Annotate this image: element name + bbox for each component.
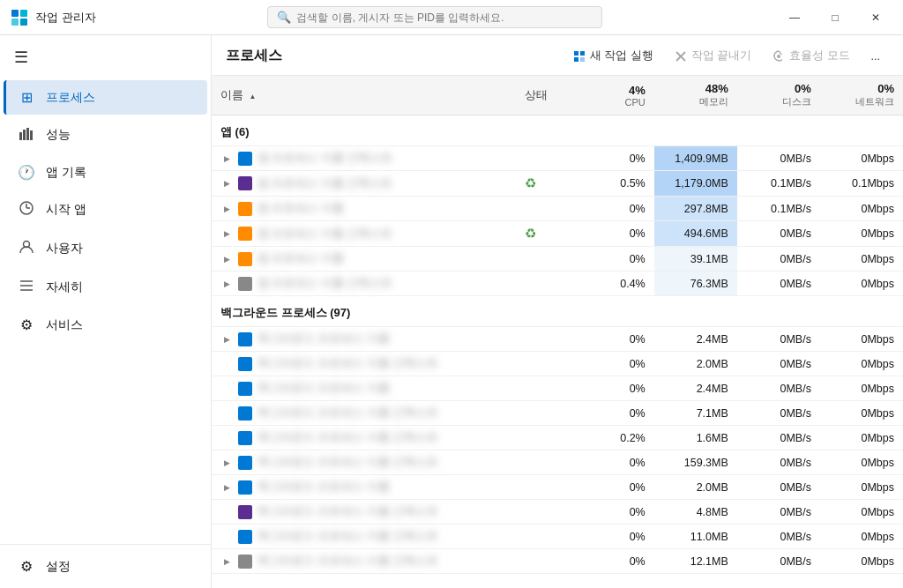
proc-memory: 1.6MB bbox=[654, 426, 737, 450]
table-row[interactable]: ▶ 백그라운드 프로세스 이름 긴텍스트 0% 159.3MB 0MB/s 0M… bbox=[212, 450, 903, 475]
search-input[interactable] bbox=[296, 11, 593, 24]
hamburger-menu[interactable]: ☰ bbox=[0, 35, 211, 79]
table-row[interactable]: 백그라운드 프로세스 이름 긴텍스트 0% 7.1MB 0MB/s 0Mbps bbox=[212, 401, 903, 426]
proc-name-cell: ▶ 앱 프로세스 이름 긴텍스트 bbox=[212, 171, 516, 197]
expand-icon[interactable]: ▶ bbox=[220, 333, 233, 346]
expand-icon[interactable]: ▶ bbox=[220, 153, 233, 165]
new-task-button[interactable]: 새 작업 실행 bbox=[564, 44, 662, 68]
svg-rect-1 bbox=[20, 10, 27, 17]
table-row[interactable]: ▶ 앱 프로세스 이름 긴텍스트 0.4% 76.3MB 0MB/s 0Mbps bbox=[212, 272, 903, 296]
settings-icon: ⚙ bbox=[18, 558, 35, 575]
sidebar-item-users[interactable]: 사용자 bbox=[4, 230, 207, 267]
end-task-button[interactable]: 작업 끝내기 bbox=[666, 44, 760, 68]
table-row[interactable]: ▶ 백그라운드 프로세스 이름 0% 2.0MB 0MB/s 0Mbps bbox=[212, 475, 903, 500]
proc-memory: 39.1MB bbox=[654, 247, 737, 272]
table-body: 앱 (6) ▶ 앱 프로세스 이름 긴텍스트 0% 1,409.9MB 0MB/… bbox=[212, 115, 903, 574]
proc-network: 0Mbps bbox=[820, 146, 903, 171]
proc-disk: 0MB/s bbox=[737, 352, 820, 376]
sidebar-item-performance[interactable]: 성능 bbox=[4, 116, 207, 153]
more-options-button[interactable]: ... bbox=[862, 46, 889, 67]
expand-icon[interactable]: ▶ bbox=[220, 203, 233, 215]
content-header: 프로세스 새 작업 실행 작업 끝내기 bbox=[212, 35, 903, 76]
proc-icon bbox=[238, 357, 252, 371]
proc-name: 백그라운드 프로세스 이름 긴텍스트 bbox=[257, 529, 438, 544]
table-row[interactable]: ▶ 백그라운드 프로세스 이름 0% 2.4MB 0MB/s 0Mbps bbox=[212, 327, 903, 352]
expand-icon[interactable]: ▶ bbox=[220, 555, 233, 568]
sidebar-item-startup[interactable]: 시작 앱 bbox=[4, 191, 207, 228]
table-row[interactable]: 백그라운드 프로세스 이름 0% 2.4MB 0MB/s 0Mbps bbox=[212, 376, 903, 401]
proc-cpu: 0% bbox=[585, 247, 653, 272]
table-row[interactable]: 백그라운드 프로세스 이름 긴텍스트 0% 4.8MB 0MB/s 0Mbps bbox=[212, 500, 903, 525]
proc-name-cell: ▶ 앱 프로세스 이름 긴텍스트 bbox=[212, 221, 516, 247]
col-header-name[interactable]: 이름 ▲ bbox=[212, 76, 516, 115]
proc-cpu: 0% bbox=[585, 327, 653, 352]
proc-disk: 0MB/s bbox=[737, 401, 820, 426]
proc-name-cell: 백그라운드 프로세스 이름 긴텍스트 bbox=[212, 525, 516, 549]
proc-name: 백그라운드 프로세스 이름 bbox=[257, 381, 390, 396]
sidebar-label-services: 서비스 bbox=[46, 317, 83, 333]
proc-memory: 12.1MB bbox=[654, 549, 737, 574]
expand-icon[interactable]: ▶ bbox=[220, 227, 233, 240]
proc-status bbox=[516, 475, 585, 500]
sidebar-label-performance: 성능 bbox=[46, 127, 71, 143]
svg-rect-18 bbox=[580, 57, 585, 62]
svg-rect-0 bbox=[11, 10, 19, 17]
sidebar-item-app-history[interactable]: 🕐 앱 기록 bbox=[4, 155, 207, 190]
proc-name-cell: 백그라운드 프로세스 이름 긴텍스트 bbox=[212, 500, 516, 525]
processes-icon: ⊞ bbox=[18, 89, 35, 106]
users-icon bbox=[18, 239, 35, 258]
proc-disk: 0MB/s bbox=[737, 247, 820, 272]
table-row[interactable]: ▶ 앱 프로세스 이름 0% 39.1MB 0MB/s 0Mbps bbox=[212, 247, 903, 272]
svg-rect-16 bbox=[580, 51, 585, 56]
search-bar[interactable]: 🔍 bbox=[267, 6, 602, 28]
proc-name-cell: ▶ 백그라운드 프로세스 이름 긴텍스트 bbox=[212, 450, 516, 475]
efficiency-mode-button[interactable]: 효율성 모드 bbox=[764, 44, 858, 68]
col-header-network[interactable]: 0% 네트워크 bbox=[820, 76, 903, 115]
proc-memory: 76.3MB bbox=[654, 272, 737, 296]
col-header-memory[interactable]: 48% 메모리 bbox=[654, 76, 737, 115]
maximize-button[interactable]: □ bbox=[815, 4, 855, 32]
proc-name: 앱 프로세스 이름 긴텍스트 bbox=[257, 227, 392, 242]
minimize-button[interactable]: — bbox=[774, 4, 815, 32]
col-header-cpu[interactable]: 4% CPU bbox=[585, 76, 653, 115]
proc-memory: 11.0MB bbox=[654, 525, 737, 549]
table-row[interactable]: ▶ 앱 프로세스 이름 긴텍스트 0% 1,409.9MB 0MB/s 0Mbp… bbox=[212, 146, 903, 171]
expand-icon[interactable]: ▶ bbox=[220, 253, 233, 265]
sidebar-item-services[interactable]: ⚙ 서비스 bbox=[4, 308, 207, 342]
sidebar-item-settings[interactable]: ⚙ 설정 bbox=[4, 549, 207, 584]
proc-status bbox=[516, 450, 585, 475]
col-header-disk[interactable]: 0% 디스크 bbox=[737, 76, 820, 115]
table-row[interactable]: 백그라운드 프로세스 이름 긴텍스트 0% 2.0MB 0MB/s 0Mbps bbox=[212, 352, 903, 376]
table-row[interactable]: 백그라운드 프로세스 이름 긴텍스트 0% 11.0MB 0MB/s 0Mbps bbox=[212, 525, 903, 549]
process-table-container[interactable]: 이름 ▲ 상태 4% CPU bbox=[212, 76, 903, 588]
expand-icon[interactable]: ▶ bbox=[220, 177, 233, 190]
proc-status bbox=[516, 197, 585, 221]
titlebar-left: 작업 관리자 bbox=[11, 9, 96, 26]
proc-status bbox=[516, 401, 585, 426]
proc-status bbox=[516, 146, 585, 171]
svg-rect-2 bbox=[11, 19, 19, 26]
proc-disk: 0.1MB/s bbox=[737, 197, 820, 221]
proc-disk: 0.1MB/s bbox=[737, 171, 820, 197]
proc-name-cell: ▶ 앱 프로세스 이름 긴텍스트 bbox=[212, 272, 516, 296]
sidebar-label-startup: 시작 앱 bbox=[46, 202, 86, 218]
expand-icon[interactable]: ▶ bbox=[220, 457, 233, 469]
table-row[interactable]: ▶ 백그라운드 프로세스 이름 긴텍스트 0% 12.1MB 0MB/s 0Mb… bbox=[212, 549, 903, 574]
table-row[interactable]: ▶ 앱 프로세스 이름 긴텍스트 ♻ 0.5% 1,179.0MB 0.1MB/… bbox=[212, 171, 903, 197]
proc-memory: 297.8MB bbox=[654, 197, 737, 221]
expand-icon[interactable]: ▶ bbox=[220, 278, 233, 290]
svg-rect-7 bbox=[30, 130, 33, 140]
expand-icon[interactable]: ▶ bbox=[220, 481, 233, 494]
table-row[interactable]: 백그라운드 프로세스 이름 긴텍스트 0.2% 1.6MB 0MB/s 0Mbp… bbox=[212, 426, 903, 450]
proc-cpu: 0% bbox=[585, 197, 653, 221]
sidebar-item-processes[interactable]: ⊞ 프로세스 bbox=[4, 80, 207, 115]
table-row[interactable]: ▶ 앱 프로세스 이름 긴텍스트 ♻ 0% 494.6MB 0MB/s 0Mbp… bbox=[212, 221, 903, 247]
table-row[interactable]: ▶ 앱 프로세스 이름 0% 297.8MB 0.1MB/s 0Mbps bbox=[212, 197, 903, 221]
sidebar-item-details[interactable]: 자세히 bbox=[4, 269, 207, 306]
close-button[interactable]: ✕ bbox=[855, 4, 896, 32]
proc-name: 백그라운드 프로세스 이름 bbox=[257, 331, 390, 346]
proc-status bbox=[516, 549, 585, 574]
proc-network: 0Mbps bbox=[820, 500, 903, 525]
proc-network: 0Mbps bbox=[820, 327, 903, 352]
col-header-status[interactable]: 상태 bbox=[516, 76, 585, 115]
